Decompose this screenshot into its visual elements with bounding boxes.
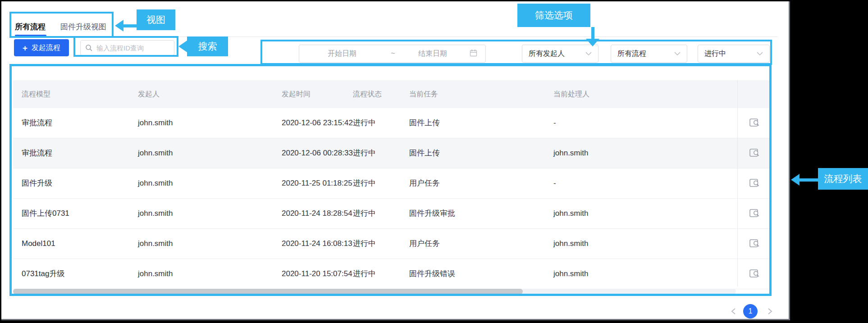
- prev-page-button[interactable]: [728, 306, 739, 317]
- annotation-filters-label: 筛选选项: [517, 4, 590, 27]
- page-number-button[interactable]: 1: [743, 304, 758, 318]
- annotation-filters-outline: [260, 40, 772, 65]
- next-page-button[interactable]: [765, 306, 776, 317]
- create-process-label: 发起流程: [32, 43, 60, 53]
- chevron-right-icon: [767, 308, 773, 315]
- annotation-view-label: 视图: [137, 9, 175, 30]
- chevron-left-icon: [731, 308, 736, 315]
- annotation-table-outline: [9, 64, 772, 296]
- annotation-arrow-stem: [123, 24, 137, 27]
- annotation-search-outline: [73, 36, 178, 57]
- plus-icon: +: [23, 44, 27, 52]
- annotation-arrow-left-icon: [178, 41, 187, 52]
- annotation-arrow-stem: [591, 27, 594, 39]
- annotation-arrow-stem: [799, 178, 818, 182]
- annotation-arrow-left-icon: [791, 174, 799, 186]
- annotation-process-list-label: 流程列表: [818, 168, 868, 190]
- create-process-button[interactable]: + 发起流程: [14, 39, 69, 56]
- annotation-search-label: 搜索: [187, 36, 228, 56]
- annotation-tabs-outline: [9, 12, 114, 38]
